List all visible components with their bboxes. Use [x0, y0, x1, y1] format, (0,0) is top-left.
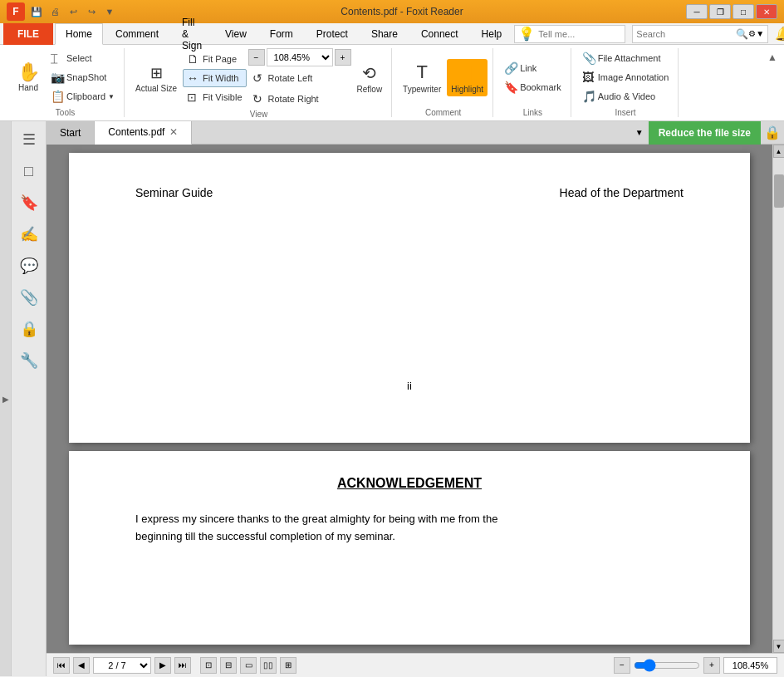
tab-view[interactable]: View	[214, 23, 257, 45]
rotate-left-btn[interactable]: ↺ Rotate Left	[248, 69, 351, 87]
minimize-btn[interactable]: ─	[686, 4, 708, 19]
zoom-select[interactable]: 108.45% 50% 75% 100% 125% 150% 200%	[267, 48, 333, 66]
save-btn[interactable]: 💾	[28, 3, 45, 20]
link-btn[interactable]: 🔗 Link	[500, 59, 566, 77]
scroll-thumb[interactable]	[774, 174, 784, 208]
tab-help[interactable]: Help	[471, 23, 513, 45]
search-box[interactable]: 🔍 ⚙▼	[632, 25, 768, 43]
search-icon[interactable]: 🔍	[736, 28, 748, 40]
tab-fill-sign[interactable]: Fill & Sign	[171, 23, 213, 45]
pdf-scroll-area[interactable]: Seminar Guide Head of the Department ii …	[47, 145, 772, 653]
fit-width-status-btn[interactable]: ⊟	[220, 657, 237, 674]
sidebar-toggle[interactable]: ▶	[0, 121, 12, 676]
ribbon-group-links: 🔗 Link 🔖 Bookmark Links	[495, 48, 571, 117]
nav-next-btn[interactable]: ▶	[154, 657, 171, 674]
search-options-icon[interactable]: ⚙▼	[748, 29, 764, 38]
highlight-btn[interactable]: ▮ Highlight	[447, 59, 488, 96]
sidebar-btn-3[interactable]: ✍	[14, 219, 44, 249]
notification-icon[interactable]: 🔔	[775, 26, 784, 42]
fit-visible-icon: ⊡	[187, 91, 200, 104]
sidebar-btn-4[interactable]: 💬	[14, 251, 44, 281]
reflow-btn[interactable]: ⟲ Reflow	[353, 61, 387, 96]
title-bar-left: F 💾 🖨 ↩ ↪ ▼	[7, 2, 118, 21]
hand-btn[interactable]: ✋ Hand	[12, 61, 45, 95]
print-btn[interactable]: 🖨	[47, 3, 63, 20]
collapse-section-icon[interactable]: ▲	[767, 52, 777, 63]
zoom-display[interactable]	[723, 657, 777, 674]
rotate-right-btn[interactable]: ↻ Rotate Right	[248, 90, 351, 108]
nav-first-btn[interactable]: ⏮	[53, 657, 70, 674]
sidebar-btn-1[interactable]: □	[14, 156, 44, 186]
links-col: 🔗 Link 🔖 Bookmark	[500, 59, 566, 96]
zoom-col: − 108.45% 50% 75% 100% 125% 150% 200% + …	[248, 48, 351, 108]
tab-pdf[interactable]: Contents.pdf ✕	[95, 121, 192, 145]
tab-protect[interactable]: Protect	[306, 23, 359, 45]
redo-btn[interactable]: ↪	[83, 3, 100, 20]
fit-width-icon: ↔	[187, 71, 200, 85]
file-attachment-btn[interactable]: 📎 File Attachment	[578, 49, 674, 67]
main-layout: ▶ ☰ □ 🔖 ✍ 💬 📎 🔒 🔧 Start Contents.pdf ✕ ▼…	[0, 121, 784, 676]
rotate-left-icon: ↺	[252, 71, 266, 85]
single-page-btn[interactable]: ▭	[240, 657, 257, 674]
links-content: 🔗 Link 🔖 Bookmark	[500, 48, 566, 106]
reduce-icon[interactable]: 🔒	[761, 125, 784, 140]
tab-home[interactable]: Home	[55, 23, 103, 45]
vertical-scrollbar[interactable]: ▲ ▼	[772, 145, 784, 653]
quick-access-dropdown[interactable]: ▼	[101, 3, 118, 20]
scroll-up-btn[interactable]: ▲	[773, 145, 785, 158]
hand-icon: ✋	[17, 63, 40, 81]
clipboard-btn[interactable]: 📋 Clipboard ▼	[47, 87, 119, 105]
tab-share[interactable]: Share	[360, 23, 409, 45]
nav-prev-btn[interactable]: ◀	[73, 657, 90, 674]
clipboard-dropdown-icon[interactable]: ▼	[108, 93, 115, 101]
maximize-btn[interactable]: □	[733, 4, 754, 19]
actual-size-btn[interactable]: ⊞ Actual Size	[131, 61, 181, 96]
sidebar-btn-5[interactable]: 📎	[14, 282, 44, 312]
bookmark-btn[interactable]: 🔖 Bookmark	[500, 78, 566, 96]
tab-dropdown[interactable]: ▼	[630, 128, 649, 137]
tab-close-icon[interactable]: ✕	[169, 126, 178, 138]
snapshot-btn[interactable]: 📷 SnapShot	[47, 68, 119, 86]
zoom-slider[interactable]	[634, 659, 700, 672]
reduce-file-size-btn[interactable]: Reduce the file size	[649, 121, 761, 145]
tab-connect[interactable]: Connect	[410, 23, 469, 45]
scroll-down-btn[interactable]: ▼	[773, 640, 785, 653]
sidebar-btn-2[interactable]: 🔖	[14, 188, 44, 218]
tab-comment[interactable]: Comment	[105, 23, 169, 45]
tab-file[interactable]: FILE	[3, 23, 53, 45]
tell-me-input[interactable]	[538, 29, 621, 39]
tell-me-box[interactable]: 💡	[514, 25, 625, 43]
nav-last-btn[interactable]: ⏭	[174, 657, 191, 674]
zoom-in-btn[interactable]: +	[335, 49, 351, 66]
sidebar-btn-0[interactable]: ☰	[14, 125, 44, 155]
restore-btn[interactable]: ❐	[709, 4, 731, 19]
audio-video-btn[interactable]: 🎵 Audio & Video	[578, 87, 674, 105]
insert-col: 📎 File Attachment 🖼 Image Annotation 🎵 A…	[578, 49, 674, 105]
fit-width-btn[interactable]: ↔ Fit Width	[183, 69, 246, 87]
image-annotation-btn[interactable]: 🖼 Image Annotation	[578, 68, 674, 86]
select-btn[interactable]: ⌶ Select	[47, 49, 119, 67]
search-input[interactable]	[636, 29, 736, 39]
sidebar-btn-6[interactable]: 🔒	[14, 314, 44, 344]
fit-visible-btn[interactable]: ⊡ Fit Visible	[183, 88, 246, 106]
undo-btn[interactable]: ↩	[65, 3, 81, 20]
sidebar-btn-7[interactable]: 🔧	[14, 346, 44, 375]
tab-start[interactable]: Start	[47, 121, 95, 145]
multi-page-btn[interactable]: ⊞	[280, 657, 296, 674]
page-select[interactable]: 2 / 7	[93, 657, 151, 674]
typewriter-btn[interactable]: T Typewriter	[399, 59, 445, 96]
close-btn[interactable]: ✕	[756, 4, 777, 19]
links-group-label: Links	[523, 106, 542, 117]
file-attachment-icon: 📎	[582, 52, 595, 65]
tab-form[interactable]: Form	[259, 23, 304, 45]
insert-content: 📎 File Attachment 🖼 Image Annotation 🎵 A…	[578, 48, 674, 106]
fit-page-btn[interactable]: 🗋 Fit Page	[183, 50, 246, 68]
zoom-out-btn[interactable]: −	[248, 49, 265, 66]
acknowledgement-para2: beginning till the successful completion…	[135, 528, 684, 546]
zoom-out-status-btn[interactable]: −	[614, 657, 630, 674]
two-page-btn[interactable]: ▯▯	[260, 657, 277, 674]
zoom-in-status-btn[interactable]: +	[703, 657, 720, 674]
tab-bar: Start Contents.pdf ✕ ▼ Reduce the file s…	[47, 121, 784, 145]
fit-page-status-btn[interactable]: ⊡	[200, 657, 217, 674]
tools-group-label: Tools	[56, 106, 75, 117]
